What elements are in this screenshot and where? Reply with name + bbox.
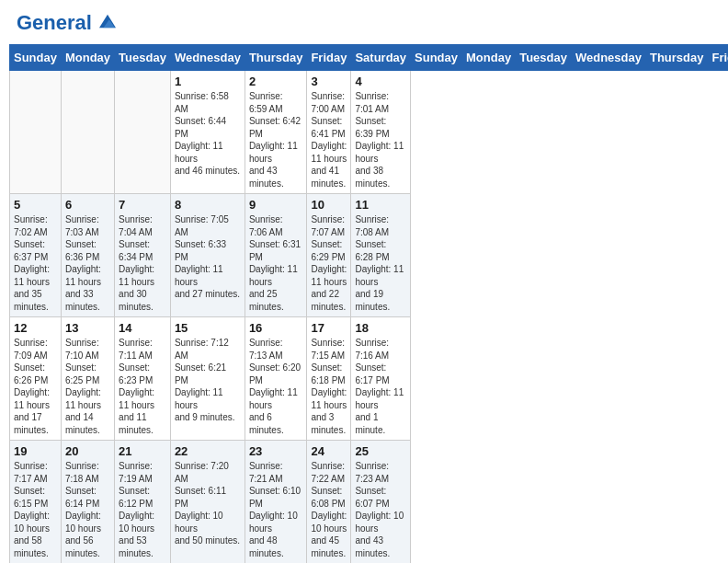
calendar-cell: 18Sunrise: 7:16 AM Sunset: 6:17 PM Dayli… — [351, 317, 411, 441]
calendar-week-row: 12Sunrise: 7:09 AM Sunset: 6:26 PM Dayli… — [10, 317, 729, 441]
header-day-thursday: Thursday — [645, 45, 708, 71]
day-info: Sunrise: 6:59 AM Sunset: 6:42 PM Dayligh… — [249, 90, 303, 190]
day-number: 9 — [249, 198, 303, 212]
logo-general: General — [17, 11, 92, 34]
logo-text: General — [17, 13, 116, 33]
header-wednesday: Wednesday — [170, 45, 245, 71]
day-info: Sunrise: 7:21 AM Sunset: 6:10 PM Dayligh… — [249, 460, 303, 559]
calendar-cell: 13Sunrise: 7:10 AM Sunset: 6:25 PM Dayli… — [61, 317, 114, 441]
calendar-cell: 6Sunrise: 7:03 AM Sunset: 6:36 PM Daylig… — [61, 194, 114, 317]
day-number: 21 — [119, 444, 166, 458]
calendar-cell: 20Sunrise: 7:18 AM Sunset: 6:14 PM Dayli… — [61, 441, 114, 564]
logo-icon — [99, 13, 116, 29]
day-number: 13 — [65, 321, 110, 335]
calendar-week-row: 19Sunrise: 7:17 AM Sunset: 6:15 PM Dayli… — [10, 441, 729, 564]
calendar-cell: 1Sunrise: 6:58 AM Sunset: 6:44 PM Daylig… — [170, 71, 245, 194]
page-header: General — [9, 9, 719, 37]
day-number: 24 — [311, 444, 347, 458]
calendar-cell: 19Sunrise: 7:17 AM Sunset: 6:15 PM Dayli… — [10, 441, 62, 564]
day-number: 3 — [311, 75, 347, 88]
day-number: 10 — [311, 198, 347, 212]
day-number: 5 — [14, 198, 57, 212]
calendar-cell: 25Sunrise: 7:23 AM Sunset: 6:07 PM Dayli… — [351, 441, 411, 564]
calendar-cell: 2Sunrise: 6:59 AM Sunset: 6:42 PM Daylig… — [245, 71, 307, 194]
day-number: 14 — [119, 321, 166, 335]
day-number: 11 — [355, 198, 406, 212]
header-tuesday: Tuesday — [115, 45, 171, 71]
calendar-cell: 4Sunrise: 7:01 AM Sunset: 6:39 PM Daylig… — [351, 71, 411, 194]
calendar-cell: 9Sunrise: 7:06 AM Sunset: 6:31 PM Daylig… — [245, 194, 307, 317]
calendar-cell: 15Sunrise: 7:12 AM Sunset: 6:21 PM Dayli… — [170, 317, 245, 441]
day-info: Sunrise: 7:07 AM Sunset: 6:29 PM Dayligh… — [311, 213, 347, 313]
header-sunday: Sunday — [10, 45, 62, 71]
header-day-wednesday: Wednesday — [571, 45, 645, 71]
calendar-cell: 22Sunrise: 7:20 AM Sunset: 6:11 PM Dayli… — [170, 441, 245, 564]
calendar-cell — [10, 71, 62, 194]
calendar-cell: 14Sunrise: 7:11 AM Sunset: 6:23 PM Dayli… — [115, 317, 171, 441]
day-info: Sunrise: 7:06 AM Sunset: 6:31 PM Dayligh… — [249, 213, 303, 313]
header-day-friday: Friday — [708, 45, 728, 71]
header-day-monday: Monday — [462, 45, 516, 71]
day-number: 20 — [65, 444, 110, 458]
logo: General — [17, 13, 116, 33]
header-day-sunday: Sunday — [411, 45, 462, 71]
day-info: Sunrise: 7:15 AM Sunset: 6:18 PM Dayligh… — [311, 337, 347, 436]
day-info: Sunrise: 7:03 AM Sunset: 6:36 PM Dayligh… — [65, 213, 110, 313]
day-info: Sunrise: 7:19 AM Sunset: 6:12 PM Dayligh… — [119, 460, 166, 559]
day-info: Sunrise: 7:02 AM Sunset: 6:37 PM Dayligh… — [14, 213, 57, 313]
day-info: Sunrise: 6:58 AM Sunset: 6:44 PM Dayligh… — [175, 90, 241, 178]
calendar-cell — [61, 71, 114, 194]
calendar-cell: 16Sunrise: 7:13 AM Sunset: 6:20 PM Dayli… — [245, 317, 307, 441]
day-number: 7 — [119, 198, 166, 212]
day-info: Sunrise: 7:01 AM Sunset: 6:39 PM Dayligh… — [355, 90, 406, 190]
day-info: Sunrise: 7:10 AM Sunset: 6:25 PM Dayligh… — [65, 337, 110, 436]
day-number: 15 — [175, 321, 241, 335]
header-thursday: Thursday — [245, 45, 307, 71]
day-info: Sunrise: 7:23 AM Sunset: 6:07 PM Dayligh… — [355, 460, 406, 559]
day-info: Sunrise: 7:11 AM Sunset: 6:23 PM Dayligh… — [119, 337, 166, 436]
calendar-cell: 7Sunrise: 7:04 AM Sunset: 6:34 PM Daylig… — [115, 194, 171, 317]
day-number: 25 — [355, 444, 406, 458]
day-number: 6 — [65, 198, 110, 212]
header-friday: Friday — [307, 45, 351, 71]
day-info: Sunrise: 7:13 AM Sunset: 6:20 PM Dayligh… — [249, 337, 303, 436]
day-number: 4 — [355, 75, 406, 88]
day-info: Sunrise: 7:18 AM Sunset: 6:14 PM Dayligh… — [65, 460, 110, 559]
day-info: Sunrise: 7:00 AM Sunset: 6:41 PM Dayligh… — [311, 90, 347, 190]
day-info: Sunrise: 7:20 AM Sunset: 6:11 PM Dayligh… — [175, 460, 241, 547]
day-number: 2 — [249, 75, 303, 88]
day-number: 1 — [175, 75, 241, 88]
calendar-cell: 23Sunrise: 7:21 AM Sunset: 6:10 PM Dayli… — [245, 441, 307, 564]
day-number: 17 — [311, 321, 347, 335]
calendar-cell: 12Sunrise: 7:09 AM Sunset: 6:26 PM Dayli… — [10, 317, 62, 441]
calendar-cell: 17Sunrise: 7:15 AM Sunset: 6:18 PM Dayli… — [307, 317, 351, 441]
day-info: Sunrise: 7:17 AM Sunset: 6:15 PM Dayligh… — [14, 460, 57, 559]
day-number: 16 — [249, 321, 303, 335]
day-number: 23 — [249, 444, 303, 458]
day-number: 12 — [14, 321, 57, 335]
day-info: Sunrise: 7:08 AM Sunset: 6:28 PM Dayligh… — [355, 213, 406, 313]
day-info: Sunrise: 7:05 AM Sunset: 6:33 PM Dayligh… — [175, 213, 241, 301]
calendar-cell: 5Sunrise: 7:02 AM Sunset: 6:37 PM Daylig… — [10, 194, 62, 317]
calendar-cell: 24Sunrise: 7:22 AM Sunset: 6:08 PM Dayli… — [307, 441, 351, 564]
header-day-tuesday: Tuesday — [516, 45, 572, 71]
calendar-cell — [115, 71, 171, 194]
day-info: Sunrise: 7:04 AM Sunset: 6:34 PM Dayligh… — [119, 213, 166, 313]
day-info: Sunrise: 7:22 AM Sunset: 6:08 PM Dayligh… — [311, 460, 347, 559]
calendar-week-row: 5Sunrise: 7:02 AM Sunset: 6:37 PM Daylig… — [10, 194, 729, 317]
day-info: Sunrise: 7:09 AM Sunset: 6:26 PM Dayligh… — [14, 337, 57, 436]
calendar-cell: 10Sunrise: 7:07 AM Sunset: 6:29 PM Dayli… — [307, 194, 351, 317]
day-info: Sunrise: 7:16 AM Sunset: 6:17 PM Dayligh… — [355, 337, 406, 436]
header-saturday: Saturday — [351, 45, 411, 71]
calendar-week-row: 1Sunrise: 6:58 AM Sunset: 6:44 PM Daylig… — [10, 71, 729, 194]
day-info: Sunrise: 7:12 AM Sunset: 6:21 PM Dayligh… — [175, 337, 241, 424]
header-monday: Monday — [61, 45, 114, 71]
calendar-table: SundayMondayTuesdayWednesdayThursdayFrid… — [9, 44, 728, 563]
day-number: 8 — [175, 198, 241, 212]
calendar-cell: 11Sunrise: 7:08 AM Sunset: 6:28 PM Dayli… — [351, 194, 411, 317]
day-number: 19 — [14, 444, 57, 458]
calendar-cell: 21Sunrise: 7:19 AM Sunset: 6:12 PM Dayli… — [115, 441, 171, 564]
calendar-header-row: SundayMondayTuesdayWednesdayThursdayFrid… — [10, 45, 729, 71]
day-number: 22 — [175, 444, 241, 458]
calendar-cell: 3Sunrise: 7:00 AM Sunset: 6:41 PM Daylig… — [307, 71, 351, 194]
